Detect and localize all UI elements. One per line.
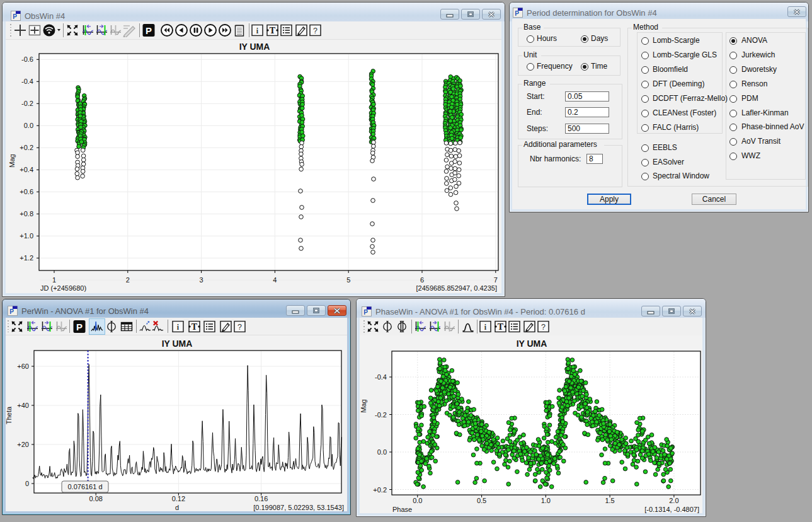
svg-text:0.08: 0.08 — [89, 495, 102, 502]
svg-text:IY UMA: IY UMA — [517, 339, 547, 349]
svg-text:IY UMA: IY UMA — [239, 42, 270, 52]
svg-text:+0.6: +0.6 — [20, 188, 33, 195]
svg-text:?: ? — [237, 322, 242, 331]
svg-text:[-0.1314, -0.4807]: [-0.1314, -0.4807] — [644, 506, 699, 513]
svg-text:+1.2: +1.2 — [20, 254, 33, 262]
svg-text:1: 1 — [52, 276, 56, 284]
svg-text:+0.2: +0.2 — [20, 144, 33, 151]
svg-text:+40: +40 — [17, 402, 29, 409]
svg-text:Mag: Mag — [360, 399, 367, 412]
svg-text:JD (+2459680): JD (+2459680) — [40, 284, 86, 292]
svg-text:1.0: 1.0 — [541, 497, 551, 504]
svg-text:-0.6: -0.6 — [21, 55, 33, 63]
svg-text:0.0: 0.0 — [24, 122, 33, 129]
svg-text:0: 0 — [25, 480, 29, 487]
svg-text:Theta: Theta — [6, 406, 13, 424]
svg-text:T: T — [270, 26, 276, 35]
svg-text:5: 5 — [346, 276, 350, 284]
svg-text:?: ? — [541, 323, 546, 332]
svg-text:T: T — [498, 322, 504, 332]
svg-text:0.16: 0.16 — [254, 495, 268, 502]
svg-text:6: 6 — [420, 276, 424, 284]
svg-text:3: 3 — [200, 276, 203, 284]
svg-text:-0.2: -0.2 — [21, 100, 33, 107]
svg-text:+20: +20 — [17, 441, 29, 448]
svg-text:-0.4: -0.4 — [375, 373, 387, 381]
svg-text:IY UMA: IY UMA — [162, 339, 193, 349]
svg-text:T: T — [192, 322, 198, 332]
svg-text:2.0: 2.0 — [669, 497, 678, 504]
svg-text:7: 7 — [494, 276, 498, 284]
svg-text:0.0: 0.0 — [377, 448, 387, 456]
svg-text:P: P — [76, 321, 83, 332]
svg-text:+0.4: +0.4 — [20, 166, 33, 173]
svg-text:[2459685.852947, 0.4235]: [2459685.852947, 0.4235] — [416, 284, 497, 292]
svg-text:Mag: Mag — [8, 154, 16, 167]
svg-text:0.0: 0.0 — [413, 497, 422, 504]
svg-text:0.12: 0.12 — [172, 495, 185, 502]
svg-text:-0.2: -0.2 — [375, 411, 387, 419]
svg-text:0.076161 d: 0.076161 d — [67, 483, 102, 490]
svg-text:+0.8: +0.8 — [20, 210, 33, 218]
svg-text:?: ? — [313, 26, 317, 35]
svg-text:+0.2: +0.2 — [373, 486, 387, 494]
svg-text:4: 4 — [273, 276, 277, 284]
svg-text:+60: +60 — [17, 362, 29, 370]
svg-text:d: d — [175, 504, 179, 511]
svg-text:Phase: Phase — [392, 506, 412, 513]
svg-text:+1.0: +1.0 — [20, 232, 33, 240]
svg-text:P: P — [515, 10, 519, 17]
svg-text:2: 2 — [126, 276, 130, 284]
svg-text:P: P — [363, 309, 368, 316]
svg-text:[0.199087, 5.02293, 53.1543]: [0.199087, 5.02293, 53.1543] — [253, 504, 344, 511]
svg-text:-0.4: -0.4 — [21, 78, 33, 85]
svg-text:P: P — [9, 308, 14, 315]
svg-text:1.5: 1.5 — [605, 497, 614, 504]
svg-text:P: P — [146, 25, 152, 36]
svg-text:0.5: 0.5 — [477, 497, 486, 504]
svg-text:P: P — [13, 13, 17, 20]
